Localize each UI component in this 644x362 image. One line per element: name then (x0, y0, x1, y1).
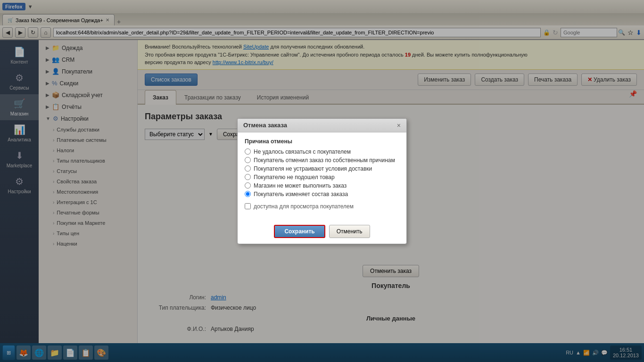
reason-label-2: Покупатель отменил заказ по собственным … (254, 157, 395, 164)
reason-option-3[interactable]: Покупателя не устраивают условия доставк… (245, 165, 399, 172)
reason-option-2[interactable]: Покупатель отменил заказ по собственным … (245, 157, 399, 164)
reason-radio-1[interactable] (245, 148, 251, 155)
reason-radio-group: Не удалось связаться с покупателем Покуп… (245, 148, 399, 197)
reason-option-6[interactable]: Покупатель изменяет состав заказа (245, 191, 399, 197)
reason-radio-6[interactable] (245, 191, 251, 197)
dialog-header: Отмена заказа × (238, 119, 406, 132)
dialog-body: Причина отмены Не удалось связаться с по… (238, 132, 406, 221)
dialog-save-button[interactable]: Сохранить (274, 225, 325, 238)
reason-option-4[interactable]: Покупателю не подошел товар (245, 174, 399, 181)
reason-label: Причина отмены (245, 138, 399, 145)
dialog-title: Отмена заказа (243, 122, 287, 129)
page-content: Параметры заказа Выберите статус ▼ Сохра… (138, 105, 644, 344)
dialog-close-button[interactable]: × (397, 122, 401, 129)
reason-label-4: Покупателю не подошел товар (254, 174, 335, 181)
reason-option-1[interactable]: Не удалось связаться с покупателем (245, 148, 399, 155)
reason-radio-2[interactable] (245, 157, 251, 163)
reason-radio-5[interactable] (245, 182, 251, 189)
dialog-overlay: Отмена заказа × Причина отмены Не удалос… (138, 105, 644, 344)
reason-radio-3[interactable] (245, 165, 251, 172)
checkbox-label: доступна для просмотра покупателем (254, 203, 354, 210)
reason-radio-4[interactable] (245, 174, 251, 180)
dialog-cancel-button[interactable]: Отменить (329, 225, 370, 238)
reason-label-6: Покупатель изменяет состав заказа (254, 191, 348, 197)
content-area: Внимание! Воспользуйтесь технологией Sit… (138, 40, 644, 344)
dialog-footer: Сохранить Отменить (238, 221, 406, 244)
reason-label-1: Не удалось связаться с покупателем (254, 148, 351, 155)
visibility-checkbox[interactable] (245, 203, 251, 209)
cancel-order-dialog: Отмена заказа × Причина отмены Не удалос… (237, 118, 407, 244)
checkbox-row: доступна для просмотра покупателем (245, 203, 399, 210)
reason-option-5[interactable]: Магазин не может выполнить заказ (245, 182, 399, 189)
reason-label-5: Магазин не может выполнить заказ (254, 182, 347, 189)
reason-label-3: Покупателя не устраивают условия доставк… (254, 165, 372, 172)
